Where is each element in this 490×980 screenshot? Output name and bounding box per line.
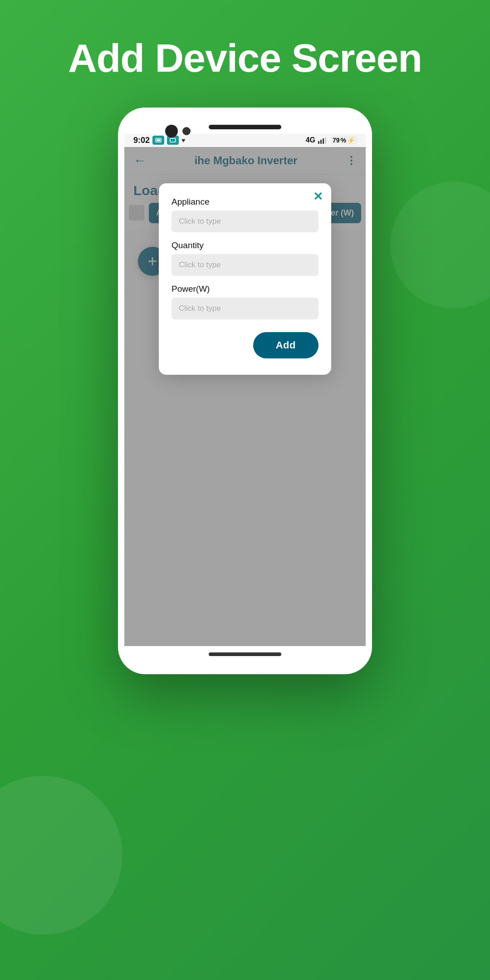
- page-title: Add Device Screen: [41, 36, 449, 80]
- modal-close-button[interactable]: ✕: [313, 191, 323, 202]
- power-label: Power(W): [172, 284, 318, 294]
- appliance-label: Appliance: [172, 197, 318, 207]
- phone-home-indicator: [209, 652, 281, 656]
- quantity-label: Quantity: [172, 240, 318, 250]
- signal-icon: [318, 137, 328, 144]
- add-device-modal: ✕ Appliance Quantity Power(W) Add: [159, 183, 331, 375]
- appliance-input[interactable]: [172, 211, 318, 232]
- svg-rect-5: [323, 138, 324, 144]
- battery-indicator: 79 % ⚡: [331, 136, 357, 145]
- svg-rect-1: [157, 139, 160, 141]
- battery-percent: %: [341, 137, 346, 144]
- charging-icon: ⚡: [347, 137, 355, 144]
- battery-level: 79: [333, 137, 340, 144]
- heart-icon: ♥: [181, 137, 185, 144]
- svg-rect-3: [318, 141, 319, 144]
- power-input[interactable]: [172, 298, 318, 319]
- add-device-button[interactable]: Add: [253, 332, 318, 358]
- phone-frame: 9:02 ♥ 4G 79 % ⚡: [118, 108, 372, 674]
- svg-rect-4: [320, 140, 322, 144]
- phone-bottom-bar: [124, 646, 366, 661]
- phone-top-bar: [124, 117, 366, 134]
- quantity-input[interactable]: [172, 254, 318, 276]
- status-bar: 9:02 ♥ 4G 79 % ⚡: [124, 134, 366, 147]
- svg-rect-6: [325, 137, 326, 144]
- network-indicator: 4G: [306, 136, 315, 144]
- app-screen: ← ihe Mgbako Inverter ⋮ Load Calculator …: [124, 147, 366, 646]
- status-bar-right: 4G 79 % ⚡: [306, 136, 357, 145]
- front-camera: [165, 125, 178, 137]
- status-icon-1: [152, 136, 164, 145]
- time-display: 9:02: [133, 136, 150, 145]
- svg-rect-2: [170, 138, 176, 142]
- bg-decoration-right: [390, 181, 490, 309]
- bg-decoration-left: [0, 776, 122, 935]
- front-sensor: [182, 127, 191, 135]
- phone-notch: [209, 125, 281, 129]
- status-bar-left: 9:02 ♥: [133, 136, 185, 145]
- modal-overlay: ✕ Appliance Quantity Power(W) Add: [124, 147, 366, 646]
